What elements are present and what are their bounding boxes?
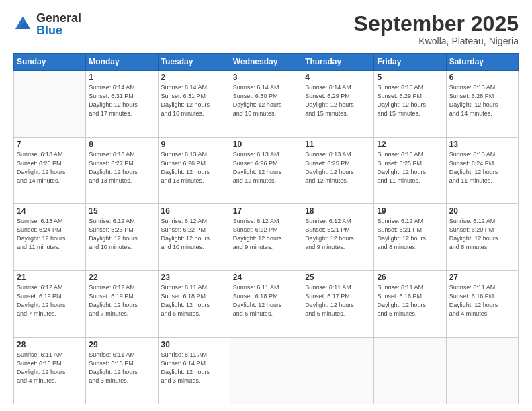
day-info: Sunrise: 6:11 AMSunset: 6:16 PMDaylight:…	[377, 283, 443, 318]
calendar-cell: 2Sunrise: 6:14 AMSunset: 6:31 PMDaylight…	[158, 71, 230, 137]
day-header-tuesday: Tuesday	[158, 54, 230, 71]
day-number: 6	[449, 73, 515, 82]
day-header-wednesday: Wednesday	[230, 54, 302, 71]
calendar-cell: 1Sunrise: 6:14 AMSunset: 6:31 PMDaylight…	[86, 71, 158, 137]
day-number: 11	[305, 140, 371, 149]
day-info: Sunrise: 6:14 AMSunset: 6:29 PMDaylight:…	[305, 83, 371, 118]
day-number: 26	[377, 273, 443, 282]
day-number: 10	[233, 140, 299, 149]
calendar-cell: 9Sunrise: 6:13 AMSunset: 6:26 PMDaylight…	[158, 137, 230, 203]
day-number: 2	[161, 73, 227, 82]
day-info: Sunrise: 6:13 AMSunset: 6:25 PMDaylight:…	[377, 150, 443, 185]
day-info: Sunrise: 6:11 AMSunset: 6:18 PMDaylight:…	[161, 283, 227, 318]
day-info: Sunrise: 6:13 AMSunset: 6:26 PMDaylight:…	[161, 150, 227, 185]
day-info: Sunrise: 6:13 AMSunset: 6:24 PMDaylight:…	[449, 150, 515, 185]
calendar-cell: 18Sunrise: 6:12 AMSunset: 6:21 PMDayligh…	[302, 203, 374, 270]
day-info: Sunrise: 6:12 AMSunset: 6:21 PMDaylight:…	[305, 217, 371, 252]
calendar-cell: 10Sunrise: 6:13 AMSunset: 6:26 PMDayligh…	[230, 137, 302, 203]
calendar-cell: 21Sunrise: 6:12 AMSunset: 6:19 PMDayligh…	[14, 271, 86, 337]
calendar-cell: 11Sunrise: 6:13 AMSunset: 6:25 PMDayligh…	[302, 137, 374, 203]
day-header-friday: Friday	[374, 54, 446, 71]
day-number: 28	[17, 340, 83, 349]
day-number: 24	[233, 273, 299, 282]
logo-general-text: General	[36, 12, 81, 24]
day-info: Sunrise: 6:11 AMSunset: 6:15 PMDaylight:…	[17, 351, 83, 385]
day-info: Sunrise: 6:13 AMSunset: 6:26 PMDaylight:…	[233, 150, 299, 185]
logo-icon	[13, 15, 32, 34]
day-number: 29	[89, 340, 154, 349]
calendar-cell: 15Sunrise: 6:12 AMSunset: 6:23 PMDayligh…	[86, 203, 158, 270]
calendar-cell: 13Sunrise: 6:13 AMSunset: 6:24 PMDayligh…	[446, 137, 518, 203]
calendar-cell	[302, 337, 374, 404]
logo-blue-text: Blue	[36, 24, 81, 36]
header: General Blue September 2025 Kwolla, Plat…	[13, 12, 519, 46]
calendar-cell: 14Sunrise: 6:13 AMSunset: 6:24 PMDayligh…	[14, 203, 86, 270]
calendar-cell: 30Sunrise: 6:11 AMSunset: 6:14 PMDayligh…	[158, 337, 230, 404]
day-number: 20	[449, 206, 515, 216]
day-info: Sunrise: 6:11 AMSunset: 6:17 PMDaylight:…	[305, 283, 371, 318]
calendar-cell: 26Sunrise: 6:11 AMSunset: 6:16 PMDayligh…	[374, 271, 446, 337]
month-title: September 2025	[354, 12, 519, 36]
day-info: Sunrise: 6:11 AMSunset: 6:14 PMDaylight:…	[161, 351, 227, 385]
calendar-cell	[14, 71, 86, 137]
calendar-cell: 23Sunrise: 6:11 AMSunset: 6:18 PMDayligh…	[158, 271, 230, 337]
day-info: Sunrise: 6:13 AMSunset: 6:27 PMDaylight:…	[89, 150, 154, 185]
day-header-thursday: Thursday	[302, 54, 374, 71]
calendar-cell: 16Sunrise: 6:12 AMSunset: 6:22 PMDayligh…	[158, 203, 230, 270]
calendar-cell: 3Sunrise: 6:14 AMSunset: 6:30 PMDaylight…	[230, 71, 302, 137]
title-block: September 2025 Kwolla, Plateau, Nigeria	[354, 12, 519, 46]
day-number: 27	[449, 273, 515, 282]
calendar-cell: 24Sunrise: 6:11 AMSunset: 6:18 PMDayligh…	[230, 271, 302, 337]
day-number: 7	[17, 140, 83, 149]
day-info: Sunrise: 6:12 AMSunset: 6:22 PMDaylight:…	[233, 217, 299, 252]
day-number: 9	[161, 140, 227, 149]
day-number: 1	[89, 73, 154, 82]
day-number: 5	[377, 73, 443, 82]
calendar-cell	[446, 337, 518, 404]
calendar-cell: 12Sunrise: 6:13 AMSunset: 6:25 PMDayligh…	[374, 137, 446, 203]
calendar-header-row: SundayMondayTuesdayWednesdayThursdayFrid…	[14, 54, 519, 71]
day-info: Sunrise: 6:11 AMSunset: 6:18 PMDaylight:…	[233, 283, 299, 318]
day-number: 16	[161, 206, 227, 216]
calendar-cell: 7Sunrise: 6:13 AMSunset: 6:28 PMDaylight…	[14, 137, 86, 203]
day-info: Sunrise: 6:13 AMSunset: 6:24 PMDaylight:…	[17, 217, 83, 252]
day-number: 21	[17, 273, 83, 282]
calendar-cell: 8Sunrise: 6:13 AMSunset: 6:27 PMDaylight…	[86, 137, 158, 203]
calendar-cell	[230, 337, 302, 404]
day-info: Sunrise: 6:12 AMSunset: 6:21 PMDaylight:…	[377, 217, 443, 252]
day-number: 3	[233, 73, 299, 82]
day-number: 4	[305, 73, 371, 82]
day-info: Sunrise: 6:14 AMSunset: 6:31 PMDaylight:…	[161, 83, 227, 118]
day-number: 23	[161, 273, 227, 282]
day-number: 18	[305, 206, 371, 216]
day-info: Sunrise: 6:11 AMSunset: 6:16 PMDaylight:…	[449, 283, 515, 318]
day-number: 25	[305, 273, 371, 282]
calendar-cell: 22Sunrise: 6:12 AMSunset: 6:19 PMDayligh…	[86, 271, 158, 337]
day-number: 12	[377, 140, 443, 149]
day-header-saturday: Saturday	[446, 54, 518, 71]
page: General Blue September 2025 Kwolla, Plat…	[0, 0, 532, 411]
calendar-cell: 27Sunrise: 6:11 AMSunset: 6:16 PMDayligh…	[446, 271, 518, 337]
day-info: Sunrise: 6:13 AMSunset: 6:28 PMDaylight:…	[449, 83, 515, 118]
day-header-monday: Monday	[86, 54, 158, 71]
week-row-3: 14Sunrise: 6:13 AMSunset: 6:24 PMDayligh…	[14, 203, 519, 270]
calendar-cell: 28Sunrise: 6:11 AMSunset: 6:15 PMDayligh…	[14, 337, 86, 404]
calendar-cell: 25Sunrise: 6:11 AMSunset: 6:17 PMDayligh…	[302, 271, 374, 337]
calendar-cell: 4Sunrise: 6:14 AMSunset: 6:29 PMDaylight…	[302, 71, 374, 137]
week-row-4: 21Sunrise: 6:12 AMSunset: 6:19 PMDayligh…	[14, 271, 519, 337]
day-info: Sunrise: 6:11 AMSunset: 6:15 PMDaylight:…	[89, 351, 154, 385]
week-row-1: 1Sunrise: 6:14 AMSunset: 6:31 PMDaylight…	[14, 71, 519, 137]
calendar-cell: 5Sunrise: 6:13 AMSunset: 6:29 PMDaylight…	[374, 71, 446, 137]
calendar-cell: 29Sunrise: 6:11 AMSunset: 6:15 PMDayligh…	[86, 337, 158, 404]
day-number: 22	[89, 273, 154, 282]
day-info: Sunrise: 6:12 AMSunset: 6:22 PMDaylight:…	[161, 217, 227, 252]
day-number: 13	[449, 140, 515, 149]
day-number: 15	[89, 206, 154, 216]
day-number: 19	[377, 206, 443, 216]
day-number: 30	[161, 340, 227, 349]
day-info: Sunrise: 6:13 AMSunset: 6:29 PMDaylight:…	[377, 83, 443, 118]
day-info: Sunrise: 6:13 AMSunset: 6:28 PMDaylight:…	[17, 150, 83, 185]
location-subtitle: Kwolla, Plateau, Nigeria	[354, 36, 519, 46]
day-number: 8	[89, 140, 154, 149]
day-number: 17	[233, 206, 299, 216]
